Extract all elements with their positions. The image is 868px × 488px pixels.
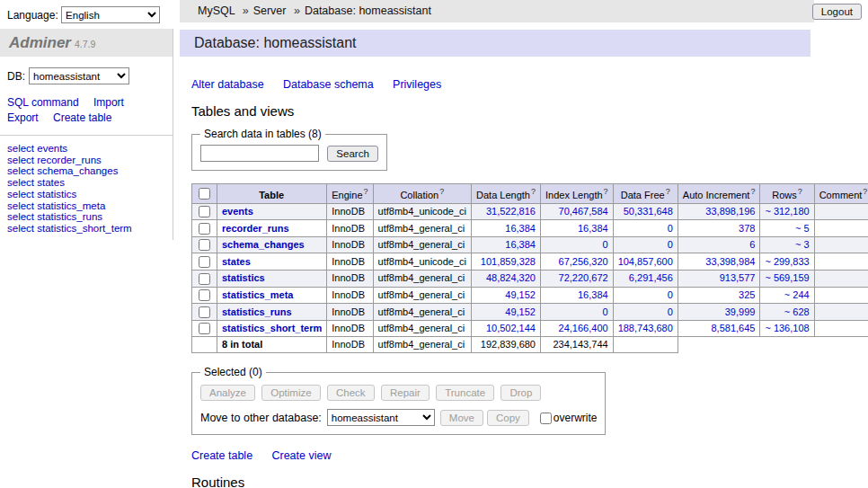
index-length-link[interactable]: 70,467,584 [559,206,608,217]
search-button[interactable]: Search [327,146,377,162]
db-select[interactable]: homeassistant [29,67,129,84]
help-link[interactable]: ? [666,187,670,196]
sidebar-table-link[interactable]: select schema_changes [7,165,173,177]
rows-count-link[interactable]: ~ 628 [784,306,810,317]
auto-increment-link[interactable]: 913,577 [720,272,756,283]
sidebar-table-link[interactable]: select states [7,177,173,189]
sidebar-table-link[interactable]: select statistics_runs [7,211,173,223]
help-link[interactable]: ? [531,187,536,196]
index-length-link[interactable]: 16,384 [578,223,608,234]
row-select-checkbox[interactable] [199,256,210,268]
sidebar-table-link[interactable]: select statistics_short_term [7,223,173,235]
auto-increment-link[interactable]: 325 [739,289,755,300]
sidebar-action-link[interactable]: Create table [53,111,111,124]
logout-button[interactable]: Logout [812,4,862,20]
row-select-checkbox[interactable] [199,273,210,285]
rows-count-link[interactable]: ~ 136,108 [765,323,809,333]
action-link[interactable]: Privileges [393,78,441,91]
bulk-action-button[interactable]: Check [327,385,375,401]
action-link[interactable]: Create table [191,449,252,462]
language-select[interactable]: English [61,6,160,23]
data-length-link[interactable]: 31,522,816 [486,206,536,217]
index-length-link[interactable]: 72,220,672 [559,272,608,283]
row-select-checkbox[interactable] [199,239,210,251]
help-link[interactable]: ? [604,187,608,196]
index-length-link[interactable]: 24,166,400 [559,323,608,333]
data-free-link[interactable]: 50,331,648 [624,206,673,217]
help-link[interactable]: ? [364,187,368,196]
rows-count-link[interactable]: ~ 5 [795,223,810,234]
action-link[interactable]: Database schema [283,78,374,91]
row-select-checkbox[interactable] [199,323,210,334]
data-free-link[interactable]: 0 [668,239,673,250]
data-free-link[interactable]: 6,291,456 [629,272,673,283]
breadcrumb-link[interactable]: Database: homeassistant [305,4,431,17]
bulk-action-button[interactable]: Repair [381,385,430,401]
data-length-link[interactable]: 16,384 [505,239,536,250]
rows-count-link[interactable]: ~ 299,833 [765,256,809,267]
table-name-link[interactable]: statistics_runs [222,306,292,317]
data-free-link[interactable]: 0 [668,306,673,317]
bulk-action-button[interactable]: Analyze [200,385,255,401]
help-link[interactable]: ? [439,187,444,196]
sidebar-action-link[interactable]: Export [7,111,39,124]
table-name-link[interactable]: statistics_short_term [222,323,322,333]
auto-increment-link[interactable]: 8,581,645 [711,323,755,333]
table-name-link[interactable]: states [222,256,251,267]
row-select-checkbox[interactable] [199,223,210,235]
copy-button[interactable]: Copy [487,410,529,426]
auto-increment-link[interactable]: 33,898,196 [705,206,755,217]
data-free-link[interactable]: 0 [668,289,673,300]
data-length-link[interactable]: 10,502,144 [486,323,536,333]
bulk-action-button[interactable]: Drop [500,385,541,401]
table-name-link[interactable]: statistics [222,272,265,283]
rows-count-link[interactable]: ~ 244 [784,289,810,300]
row-select-checkbox[interactable] [199,206,210,217]
rows-count-link[interactable]: ~ 312,180 [765,206,809,217]
sidebar-table-link[interactable]: select events [7,143,173,155]
table-name-link[interactable]: events [222,206,253,217]
table-name-link[interactable]: statistics_meta [222,289,294,300]
data-free-link[interactable]: 0 [668,223,673,234]
sidebar-table-link[interactable]: select statistics_meta [7,200,173,212]
data-length-link[interactable]: 48,824,320 [486,272,536,283]
auto-increment-link[interactable]: 378 [739,223,755,234]
table-name-link[interactable]: recorder_runs [222,223,289,234]
action-link[interactable]: Create view [271,449,331,462]
bulk-action-button[interactable]: Optimize [261,385,320,401]
help-link[interactable]: ? [798,187,802,196]
rows-count-link[interactable]: ~ 3 [795,239,810,250]
index-length-link[interactable]: 0 [603,239,608,250]
index-length-link[interactable]: 67,256,320 [559,256,608,267]
move-db-select[interactable]: homeassistant [327,409,435,426]
auto-increment-link[interactable]: 39,999 [725,306,756,317]
table-name-link[interactable]: schema_changes [222,239,305,250]
sidebar-table-link[interactable]: select recorder_runs [7,155,173,166]
select-all-checkbox[interactable] [199,188,210,200]
index-length-link[interactable]: 16,384 [578,289,608,300]
sidebar-action-link[interactable]: SQL command [7,96,79,109]
row-select-checkbox[interactable] [199,306,210,318]
breadcrumb-link[interactable]: Server [253,4,287,17]
action-link[interactable]: Alter database [191,78,264,91]
help-link[interactable]: ? [750,187,755,196]
auto-increment-link[interactable]: 6 [749,239,755,250]
data-free-link[interactable]: 104,857,600 [618,256,673,267]
data-length-link[interactable]: 101,859,328 [481,256,536,267]
overwrite-checkbox[interactable] [540,413,552,424]
breadcrumb-link[interactable]: MySQL [198,4,235,17]
index-length-link[interactable]: 0 [603,306,608,317]
move-button[interactable]: Move [440,410,483,426]
sidebar-table-link[interactable]: select statistics [7,189,173,200]
sidebar-action-link[interactable]: Import [93,96,124,109]
search-input[interactable] [200,145,319,162]
data-free-link[interactable]: 188,743,680 [618,323,673,333]
help-link[interactable]: ? [863,187,867,196]
data-length-link[interactable]: 16,384 [505,223,536,234]
rows-count-link[interactable]: ~ 569,159 [765,272,809,283]
row-select-checkbox[interactable] [199,289,210,301]
bulk-action-button[interactable]: Truncate [436,385,494,401]
data-length-link[interactable]: 49,152 [505,289,536,300]
auto-increment-link[interactable]: 33,398,984 [705,256,755,267]
data-length-link[interactable]: 49,152 [505,306,536,317]
